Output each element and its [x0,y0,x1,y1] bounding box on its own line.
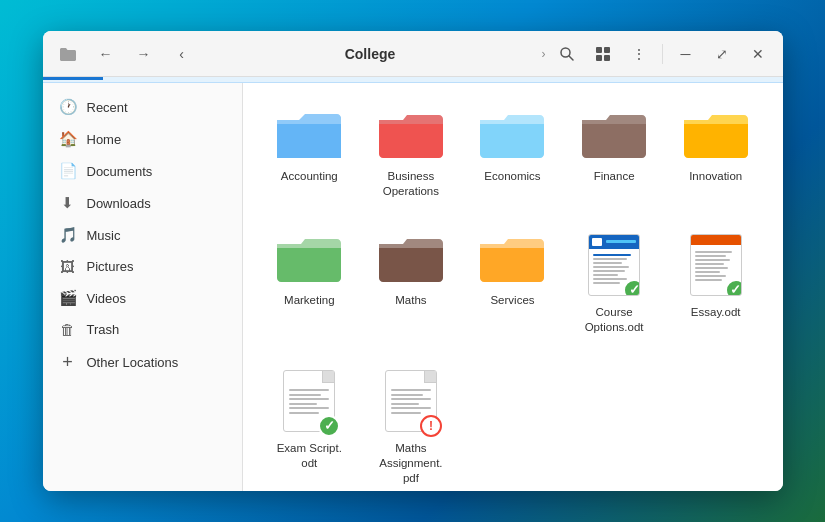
sidebar-label-pictures: Pictures [87,259,134,274]
svg-rect-3 [604,47,610,53]
label-maths-assignment: Maths Assignment. pdf [371,441,451,486]
sidebar-item-documents[interactable]: 📄 Documents [43,155,242,187]
label-economics: Economics [484,169,540,184]
close-button[interactable]: ✕ [741,37,775,71]
label-marketing: Marketing [284,293,335,308]
maximize-button[interactable]: ⤢ [705,37,739,71]
folder-icon-economics [478,107,546,163]
label-innovation: Innovation [689,169,742,184]
up-button[interactable]: ‹ [165,37,199,71]
file-grid: Accounting Business Operations [263,99,763,491]
sidebar-item-videos[interactable]: 🎬 Videos [43,282,242,314]
home-icon: 🏠 [59,130,77,148]
sidebar-item-music[interactable]: 🎵 Music [43,219,242,251]
file-area: Accounting Business Operations [243,83,783,491]
sidebar-item-downloads[interactable]: ⬇ Downloads [43,187,242,219]
sidebar-label-downloads: Downloads [87,196,151,211]
downloads-icon: ⬇ [59,194,77,212]
file-item-services[interactable]: Services [466,223,560,343]
doc-icon-exam-script: ✓ [275,367,343,435]
sidebar-label-trash: Trash [87,322,120,337]
label-business-operations: Business Operations [371,169,451,199]
window-title: College [203,46,538,62]
folder-icon-business-operations [377,107,445,163]
sidebar-label-home: Home [87,132,122,147]
other-locations-icon: + [59,352,77,373]
file-item-business-operations[interactable]: Business Operations [364,99,458,207]
file-manager-window: ← → ‹ College › ⋮ ─ ⤢ ✕ [43,31,783,491]
sidebar-item-pictures[interactable]: 🖼 Pictures [43,251,242,282]
file-item-course-options[interactable]: ✓ Course Options.odt [567,223,661,343]
label-exam-script: Exam Script. odt [269,441,349,471]
file-item-exam-script[interactable]: ✓ Exam Script. odt [263,359,357,491]
doc-icon-essay: ✓ [682,231,750,299]
videos-icon: 🎬 [59,289,77,307]
folder-icon [51,37,85,71]
music-icon: 🎵 [59,226,77,244]
label-maths: Maths [395,293,426,308]
file-item-essay[interactable]: ✓ Essay.odt [669,223,763,343]
separator [662,44,663,64]
folder-icon-accounting [275,107,343,163]
file-item-economics[interactable]: Economics [466,99,560,207]
sidebar-label-other-locations: Other Locations [87,355,179,370]
grid-view-button[interactable] [586,37,620,71]
sidebar-item-other-locations[interactable]: + Other Locations [43,345,242,380]
trash-icon: 🗑 [59,321,77,338]
file-item-marketing[interactable]: Marketing [263,223,357,343]
toolbar-actions: ⋮ ─ ⤢ ✕ [550,37,775,71]
documents-icon: 📄 [59,162,77,180]
path-chevron[interactable]: › [542,47,546,61]
sidebar-label-music: Music [87,228,121,243]
sidebar-label-videos: Videos [87,291,127,306]
sidebar-label-documents: Documents [87,164,153,179]
folder-icon-marketing [275,231,343,287]
back-button[interactable]: ← [89,37,123,71]
label-finance: Finance [594,169,635,184]
file-item-finance[interactable]: Finance [567,99,661,207]
file-item-innovation[interactable]: Innovation [669,99,763,207]
sidebar-item-trash[interactable]: 🗑 Trash [43,314,242,345]
file-item-maths-assignment[interactable]: ! Maths Assignment. pdf [364,359,458,491]
folder-icon-innovation [682,107,750,163]
path-indicator [43,77,103,80]
doc-icon-maths-assignment: ! [377,367,445,435]
path-container: College › [203,46,546,62]
file-item-maths[interactable]: Maths [364,223,458,343]
sidebar-item-recent[interactable]: 🕐 Recent [43,91,242,123]
label-essay: Essay.odt [691,305,741,320]
content-area: 🕐 Recent 🏠 Home 📄 Documents ⬇ Downloads … [43,83,783,491]
file-item-accounting[interactable]: Accounting [263,99,357,207]
sidebar-label-recent: Recent [87,100,128,115]
svg-rect-5 [604,55,610,61]
svg-line-1 [569,56,573,60]
label-services: Services [490,293,534,308]
minimize-button[interactable]: ─ [669,37,703,71]
titlebar: ← → ‹ College › ⋮ ─ ⤢ ✕ [43,31,783,77]
more-options-button[interactable]: ⋮ [622,37,656,71]
folder-icon-services [478,231,546,287]
search-button[interactable] [550,37,584,71]
svg-rect-4 [596,55,602,61]
window-controls: ─ ⤢ ✕ [669,37,775,71]
recent-icon: 🕐 [59,98,77,116]
pictures-icon: 🖼 [59,258,77,275]
label-course-options: Course Options.odt [574,305,654,335]
label-accounting: Accounting [281,169,338,184]
forward-button[interactable]: → [127,37,161,71]
doc-icon-course-options: ✓ [580,231,648,299]
svg-rect-2 [596,47,602,53]
folder-icon-maths [377,231,445,287]
sidebar: 🕐 Recent 🏠 Home 📄 Documents ⬇ Downloads … [43,83,243,491]
folder-icon-finance [580,107,648,163]
sidebar-item-home[interactable]: 🏠 Home [43,123,242,155]
